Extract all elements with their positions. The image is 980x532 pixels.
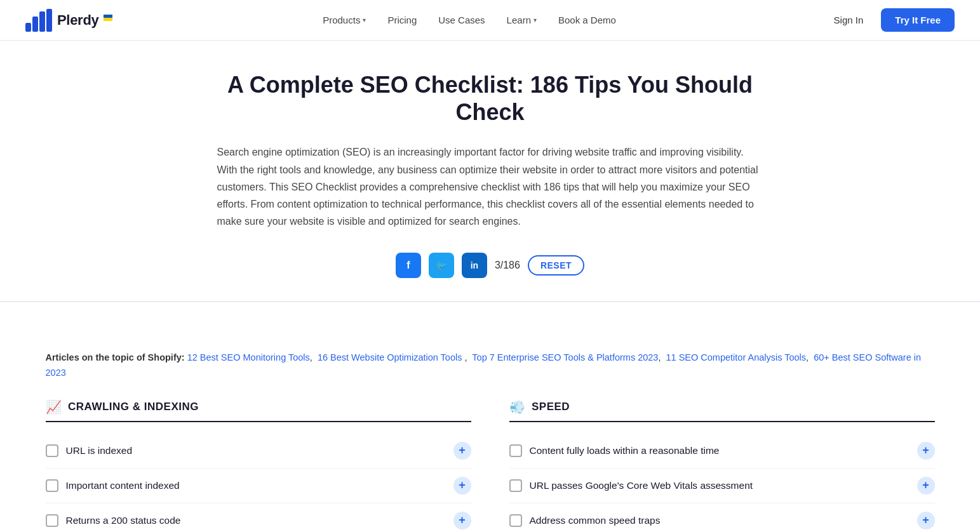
logo-icon xyxy=(25,9,52,32)
article-link-2[interactable]: 16 Best Website Optimization Tools xyxy=(318,352,462,362)
page-title: A Complete SEO Checklist: 186 Tips You S… xyxy=(217,71,763,126)
speed-section-title: SPEED xyxy=(532,401,570,413)
page-description: Search engine optimization (SEO) is an i… xyxy=(217,143,763,230)
main-nav: Products ▾ Pricing Use Cases Learn ▾ Boo… xyxy=(314,10,625,30)
nav-pricing[interactable]: Pricing xyxy=(379,10,426,30)
main-content: A Complete SEO Checklist: 186 Tips You S… xyxy=(205,41,776,278)
chevron-down-icon: ▾ xyxy=(363,17,366,23)
nav-use-cases[interactable]: Use Cases xyxy=(429,10,493,30)
ukraine-flag xyxy=(104,15,112,21)
item-text-3: Returns a 200 status code xyxy=(66,514,446,528)
list-item: URL is indexed + xyxy=(46,434,471,469)
list-item: Returns a 200 status code + xyxy=(46,503,471,532)
reset-button[interactable]: RESET xyxy=(528,255,584,276)
twitter-icon: 🐦 xyxy=(436,260,446,270)
article-link-3[interactable]: Top 7 Enterprise SEO Tools & Platforms 2… xyxy=(472,352,658,362)
item-checkbox-s1[interactable] xyxy=(509,444,522,457)
item-expand-s2[interactable]: + xyxy=(917,477,935,495)
linkedin-share-button[interactable]: in xyxy=(462,253,487,278)
item-expand-s3[interactable]: + xyxy=(917,512,935,529)
list-item: Important content indexed + xyxy=(46,469,471,503)
crawling-emoji: 📈 xyxy=(46,399,62,415)
speed-emoji: 💨 xyxy=(509,399,526,415)
item-checkbox-s3[interactable] xyxy=(509,514,522,527)
item-checkbox-1[interactable] xyxy=(46,444,58,457)
header: Plerdy Products ▾ Pricing Use Cases Lear… xyxy=(0,0,980,41)
svg-rect-0 xyxy=(25,23,31,32)
speed-section: 💨 SPEED Content fully loads within a rea… xyxy=(509,393,935,532)
article-link-4[interactable]: 11 SEO Competitor Analysis Tools xyxy=(666,352,807,362)
articles-row: Articles on the topic of Shopify: 12 Bes… xyxy=(46,333,935,392)
facebook-share-button[interactable]: f xyxy=(396,253,421,278)
item-expand-2[interactable]: + xyxy=(453,477,471,495)
twitter-share-button[interactable]: 🐦 xyxy=(429,253,454,278)
speed-section-header: 💨 SPEED xyxy=(509,399,935,422)
linkedin-icon: in xyxy=(471,260,478,270)
crawling-section-header: 📈 CRAWLING & INDEXING xyxy=(46,399,471,422)
item-text-s2: URL passes Google's Core Web Vitals asse… xyxy=(530,479,910,493)
item-checkbox-s2[interactable] xyxy=(509,479,522,492)
crawling-section: 📈 CRAWLING & INDEXING URL is indexed + I… xyxy=(46,393,471,532)
item-expand-3[interactable]: + xyxy=(453,512,471,529)
item-text-s3: Address common speed traps xyxy=(530,514,910,528)
list-item: Content fully loads within a reasonable … xyxy=(509,434,935,469)
social-counter-row: f 🐦 in 3/186 RESET xyxy=(217,253,763,278)
svg-rect-1 xyxy=(32,17,38,32)
item-expand-1[interactable]: + xyxy=(453,442,471,460)
articles-label: Articles on the topic of Shopify: xyxy=(46,352,187,362)
nav-products[interactable]: Products ▾ xyxy=(314,10,375,30)
item-text-2: Important content indexed xyxy=(66,479,446,493)
articles-section: Articles on the topic of Shopify: 12 Bes… xyxy=(20,302,960,392)
facebook-icon: f xyxy=(406,260,410,271)
item-text-s1: Content fully loads within a reasonable … xyxy=(530,444,910,458)
try-free-button[interactable]: Try It Free xyxy=(881,8,955,32)
list-item: Address common speed traps + xyxy=(509,503,935,532)
item-checkbox-3[interactable] xyxy=(46,514,58,527)
svg-rect-2 xyxy=(39,11,45,32)
chevron-down-icon: ▾ xyxy=(534,17,537,23)
item-expand-s1[interactable]: + xyxy=(917,442,935,460)
checklist-counter: 3/186 xyxy=(495,260,520,271)
nav-learn[interactable]: Learn ▾ xyxy=(498,10,546,30)
logo[interactable]: Plerdy xyxy=(25,9,112,32)
header-actions: Sign In Try It Free xyxy=(826,8,955,32)
checklist-wrapper: 📈 CRAWLING & INDEXING URL is indexed + I… xyxy=(20,393,960,532)
list-item: URL passes Google's Core Web Vitals asse… xyxy=(509,469,935,503)
crawling-section-title: CRAWLING & INDEXING xyxy=(68,401,199,413)
sign-in-button[interactable]: Sign In xyxy=(826,10,871,30)
item-text-1: URL is indexed xyxy=(66,444,446,458)
svg-rect-3 xyxy=(46,9,52,32)
nav-book-demo[interactable]: Book a Demo xyxy=(549,10,625,30)
article-link-1[interactable]: 12 Best SEO Monitoring Tools xyxy=(187,352,310,362)
logo-text: Plerdy xyxy=(57,12,98,29)
item-checkbox-2[interactable] xyxy=(46,479,58,492)
